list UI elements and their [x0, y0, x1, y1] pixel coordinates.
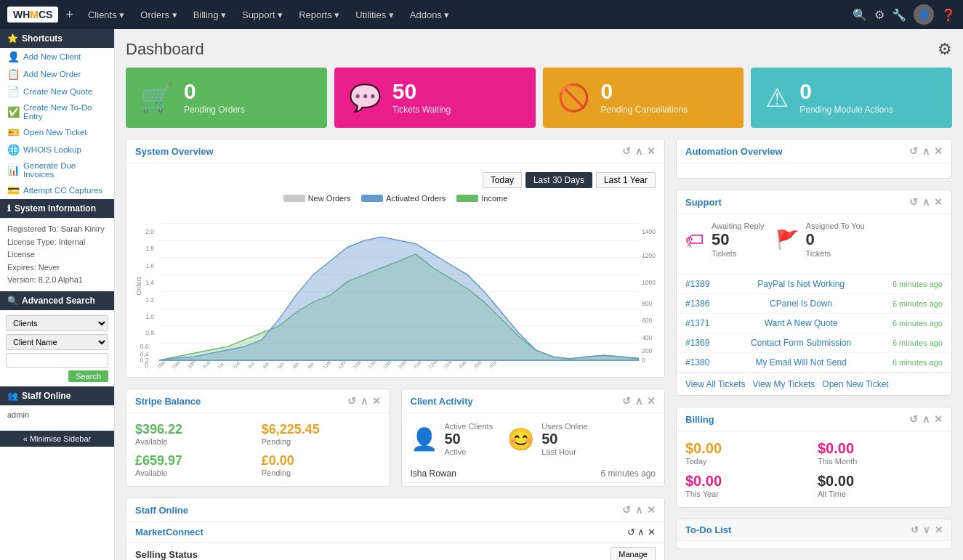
minimise-sidebar-button[interactable]: « Minimise Sidebar [0, 431, 114, 447]
dashboard-gear-icon[interactable]: ⚙ [938, 40, 952, 59]
marketconnect-title: MarketConnect [135, 527, 204, 537]
refresh-icon[interactable]: ↺ [622, 145, 631, 157]
nav-clients[interactable]: Clients ▾ [81, 5, 132, 25]
billing-collapse-icon[interactable]: ∧ [922, 413, 930, 425]
billing-title: Billing [685, 414, 714, 425]
cancel-icon: 🚫 [557, 83, 590, 113]
mc-close-icon[interactable]: ✕ [648, 527, 656, 537]
todo-header: To-Do List ↺ ∨ ✕ [677, 519, 951, 541]
billing-refresh-icon[interactable]: ↺ [909, 413, 918, 425]
sidebar-add-new-client[interactable]: 👤 Add New Client [0, 48, 114, 65]
todo-close-icon[interactable]: ✕ [935, 524, 943, 535]
assigned-to-you-card: 🚩 Assigned To You 0 Tickets [775, 222, 865, 258]
ao-close-icon[interactable]: ✕ [934, 145, 943, 157]
gear-icon[interactable]: ⚙ [874, 8, 885, 22]
support-cards: 🏷 Awaiting Reply 50 Tickets 🚩 Assigned T… [677, 214, 951, 265]
collapse-icon[interactable]: ∧ [635, 145, 642, 157]
staff-entry: Isha Rowan 6 minutes ago [402, 465, 665, 483]
last-1-year-btn[interactable]: Last 1 Year [596, 172, 656, 188]
svg-text:6th: 6th [277, 361, 286, 368]
billing-all-time: $0.00 All Time [818, 473, 943, 498]
mc-refresh-icon[interactable]: ↺ [627, 527, 635, 537]
svg-text:200: 200 [642, 348, 652, 355]
todo-collapse-icon[interactable]: ∨ [923, 524, 930, 535]
nav-support[interactable]: Support ▾ [235, 5, 290, 25]
todo-refresh-icon[interactable]: ↺ [911, 524, 919, 535]
sup-collapse-icon[interactable]: ∧ [922, 196, 930, 208]
search-type-select[interactable]: Clients Orders Invoices [6, 315, 108, 331]
ao-refresh-icon[interactable]: ↺ [909, 145, 918, 157]
todo-icon: ✅ [7, 106, 20, 118]
view-all-tickets-link[interactable]: View All Tickets [685, 379, 745, 389]
stat-tickets-waiting[interactable]: 💬 50 Tickets Waiting [334, 68, 536, 128]
wrench-icon[interactable]: 🔧 [892, 8, 906, 22]
billing-close-icon[interactable]: ✕ [934, 413, 943, 425]
assigned-count: 0 [806, 230, 865, 249]
manage-button[interactable]: Manage [611, 547, 656, 560]
sidebar-whois[interactable]: 🌐 WHOIS Lookup [0, 141, 114, 158]
help-icon[interactable]: ❓ [941, 8, 956, 22]
last-30-days-btn[interactable]: Last 30 Days [525, 172, 592, 188]
billing-today: $0.00 Today [685, 440, 810, 466]
chat-icon: 💬 [349, 83, 382, 113]
topnav: WHMCS + Clients ▾ Orders ▾ Billing ▾ Sup… [0, 0, 963, 29]
open-new-ticket-link[interactable]: Open New Ticket [822, 379, 888, 389]
search-input[interactable] [6, 353, 108, 368]
users-online-label: Last Hour [541, 447, 588, 456]
sidebar-add-new-order[interactable]: 📋 Add New Order [0, 65, 114, 83]
avatar[interactable]: 👤 [914, 4, 934, 25]
nav-utilities[interactable]: Utilities ▾ [348, 5, 401, 25]
so-collapse-icon[interactable]: ∧ [635, 504, 642, 516]
sup-close-icon[interactable]: ✕ [934, 196, 943, 208]
module-actions-label: Pending Module Actions [799, 105, 893, 115]
nav-addons[interactable]: Addons ▾ [403, 5, 457, 25]
sidebar-create-todo[interactable]: ✅ Create New To-Do Entry [0, 100, 114, 123]
stat-cancellations[interactable]: 🚫 0 Pending Cancellations [543, 68, 744, 128]
staff-online-entry: admin [0, 405, 114, 423]
billing-month-amount: $0.00 [818, 440, 943, 457]
ticket-list: #1389 PayPal Is Not Working 6 minutes ag… [677, 274, 951, 373]
ca-collapse-icon[interactable]: ∧ [635, 395, 642, 407]
system-overview-header: System Overview ↺ ∧ ✕ [126, 139, 664, 163]
billing-month-label: This Month [818, 457, 943, 466]
svg-text:2nd: 2nd [231, 360, 241, 368]
main-two-col: System Overview ↺ ∧ ✕ Today Last 30 Days… [126, 139, 952, 560]
svg-text:21st: 21st [412, 360, 422, 368]
ca-close-icon[interactable]: ✕ [647, 395, 656, 407]
nav-billing[interactable]: Billing ▾ [186, 5, 233, 25]
sup-refresh-icon[interactable]: ↺ [909, 196, 918, 208]
active-clients-title: Active Clients [445, 422, 493, 431]
stripe-close-icon[interactable]: ✕ [372, 395, 381, 407]
stripe-refresh-icon[interactable]: ↺ [347, 395, 356, 407]
mc-collapse-icon[interactable]: ∧ [637, 527, 645, 537]
view-my-tickets-link[interactable]: View My Tickets [752, 379, 815, 389]
nav-reports[interactable]: Reports ▾ [291, 5, 347, 25]
search-icon[interactable]: 🔍 [853, 8, 867, 22]
so-close-icon[interactable]: ✕ [647, 504, 656, 516]
ao-collapse-icon[interactable]: ∧ [922, 145, 930, 157]
billing-alltime-label: All Time [818, 490, 943, 498]
so-refresh-icon[interactable]: ↺ [622, 504, 631, 516]
chart-legend: New Orders Activated Orders Income [135, 194, 656, 203]
close-icon[interactable]: ✕ [647, 145, 656, 157]
nav-orders[interactable]: Orders ▾ [133, 5, 184, 25]
today-btn[interactable]: Today [483, 172, 522, 188]
stat-module-actions[interactable]: ⚠ 0 Pending Module Actions [751, 68, 952, 128]
ca-refresh-icon[interactable]: ↺ [622, 395, 631, 407]
invoice-icon: 📊 [7, 164, 20, 176]
add-button[interactable]: + [65, 7, 73, 23]
stripe-usd-available: $396.22 Available [135, 422, 254, 446]
sidebar-open-ticket[interactable]: 🎫 Open New Ticket [0, 123, 114, 141]
stat-pending-orders[interactable]: 🛒 0 Pending Orders [126, 68, 327, 128]
sidebar-create-quote[interactable]: 📄 Create New Quote [0, 83, 114, 100]
automation-body [677, 163, 951, 178]
ticket-item-3: #1371 Want A New Quote 6 minutes ago [677, 314, 951, 333]
stripe-collapse-icon[interactable]: ∧ [360, 395, 368, 407]
search-field-select[interactable]: Client Name [6, 334, 108, 350]
marketconnect-section: MarketConnect ↺ ∧ ✕ Selling Status Manag… [126, 522, 664, 560]
search-button[interactable]: Search [68, 370, 108, 382]
sidebar-due-invoices[interactable]: 📊 Generate Due Invoices [0, 158, 114, 182]
pending-orders-number: 0 [184, 81, 245, 102]
sidebar-cc-captures[interactable]: 💳 Attempt CC Captures [0, 182, 114, 199]
legend-income: Income [456, 194, 507, 203]
